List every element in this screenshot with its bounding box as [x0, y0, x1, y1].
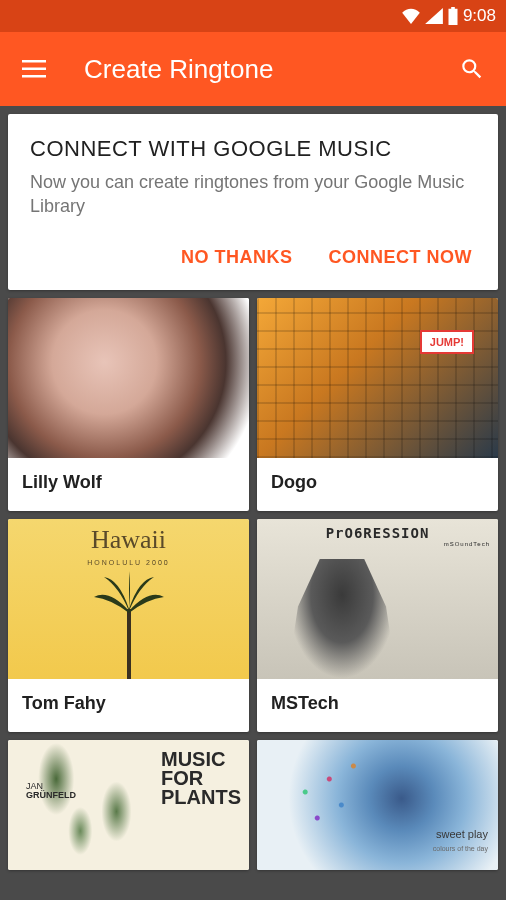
battery-icon	[447, 7, 459, 25]
status-time: 9:08	[463, 6, 496, 26]
album-art: PrO6RESSION mSOundTech	[257, 519, 498, 679]
album-title: MSTech	[257, 679, 498, 732]
album-art-text: MUSICFORPLANTS	[161, 750, 241, 807]
figure-silhouette	[287, 559, 397, 679]
album-art-subtext: mSOundTech	[444, 541, 490, 547]
album-art-text: Hawaii	[8, 525, 249, 555]
author-last: GRÜNFELD	[26, 790, 76, 800]
album-art-text: JUMP!	[420, 330, 474, 354]
menu-button[interactable]	[20, 55, 48, 83]
album-art: Hawaii HONOLULU 2000	[8, 519, 249, 679]
svg-rect-2	[22, 75, 46, 78]
svg-rect-0	[22, 60, 46, 63]
search-icon	[459, 56, 485, 82]
album-grid-row-partial: JAN GRÜNFELD MUSICFORPLANTS sweet play c…	[8, 740, 498, 870]
svg-rect-1	[22, 68, 46, 71]
connect-now-button[interactable]: CONNECT NOW	[325, 241, 477, 274]
album-art	[8, 298, 249, 458]
promo-actions: NO THANKS CONNECT NOW	[30, 241, 476, 274]
album-art: JAN GRÜNFELD MUSICFORPLANTS	[8, 740, 249, 870]
album-art: JUMP!	[257, 298, 498, 458]
album-art-author: JAN GRÜNFELD	[26, 782, 76, 802]
album-title: Dogo	[257, 458, 498, 511]
album-card-sweet-play[interactable]: sweet play colours of the day	[257, 740, 498, 870]
svg-rect-3	[127, 609, 131, 679]
album-art: sweet play colours of the day	[257, 740, 498, 870]
album-title: Tom Fahy	[8, 679, 249, 732]
promo-description: Now you can create ringtones from your G…	[30, 170, 476, 219]
page-title: Create Ringtone	[84, 54, 422, 85]
status-bar: 9:08	[0, 0, 506, 32]
signal-icon	[425, 8, 443, 24]
album-card-jan-grunfeld[interactable]: JAN GRÜNFELD MUSICFORPLANTS	[8, 740, 249, 870]
main-content: CONNECT WITH GOOGLE MUSIC Now you can cr…	[0, 106, 506, 878]
album-art-subtext: colours of the day	[433, 845, 488, 852]
app-bar: Create Ringtone	[0, 32, 506, 106]
album-grid: Lilly Wolf JUMP! Dogo Hawaii HONOLULU 20…	[8, 298, 498, 732]
album-art-subtext: HONOLULU 2000	[8, 559, 249, 566]
wifi-icon	[401, 8, 421, 24]
album-card-lilly-wolf[interactable]: Lilly Wolf	[8, 298, 249, 511]
no-thanks-button[interactable]: NO THANKS	[177, 241, 297, 274]
hamburger-icon	[22, 60, 46, 78]
album-art-text: sweet play	[436, 828, 488, 840]
album-art-text: PrO6RESSION	[257, 525, 498, 541]
search-button[interactable]	[458, 55, 486, 83]
album-title: Lilly Wolf	[8, 458, 249, 511]
promo-title: CONNECT WITH GOOGLE MUSIC	[30, 136, 476, 162]
palm-icon	[89, 569, 169, 679]
promo-card: CONNECT WITH GOOGLE MUSIC Now you can cr…	[8, 114, 498, 290]
album-card-dogo[interactable]: JUMP! Dogo	[257, 298, 498, 511]
author-first: JAN	[26, 781, 43, 791]
album-card-tom-fahy[interactable]: Hawaii HONOLULU 2000 Tom Fahy	[8, 519, 249, 732]
album-card-mstech[interactable]: PrO6RESSION mSOundTech MSTech	[257, 519, 498, 732]
